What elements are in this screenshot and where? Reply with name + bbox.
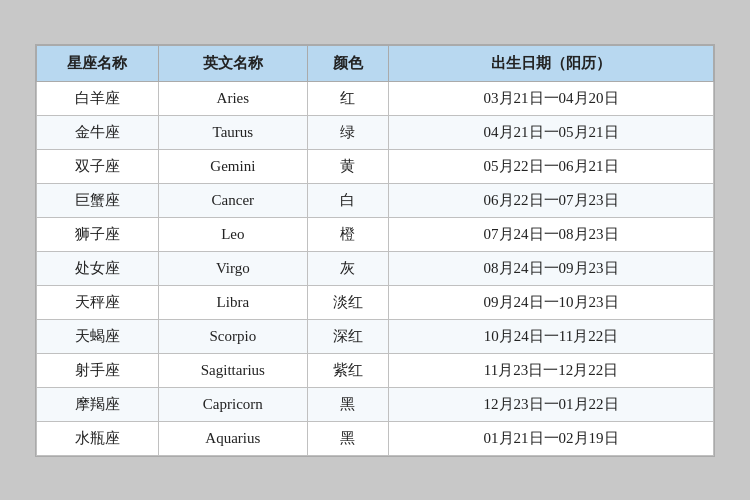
cell-chinese: 双子座 [37, 149, 159, 183]
table-row: 水瓶座Aquarius黑01月21日一02月19日 [37, 421, 714, 455]
cell-date: 11月23日一12月22日 [389, 353, 714, 387]
header-chinese: 星座名称 [37, 45, 159, 81]
table-row: 摩羯座Capricorn黑12月23日一01月22日 [37, 387, 714, 421]
cell-english: Gemini [158, 149, 307, 183]
cell-english: Taurus [158, 115, 307, 149]
cell-color: 淡红 [307, 285, 388, 319]
cell-english: Capricorn [158, 387, 307, 421]
cell-date: 09月24日一10月23日 [389, 285, 714, 319]
cell-color: 紫红 [307, 353, 388, 387]
cell-chinese: 摩羯座 [37, 387, 159, 421]
cell-color: 深红 [307, 319, 388, 353]
cell-english: Leo [158, 217, 307, 251]
cell-color: 红 [307, 81, 388, 115]
table-row: 白羊座Aries红03月21日一04月20日 [37, 81, 714, 115]
cell-date: 05月22日一06月21日 [389, 149, 714, 183]
table-row: 天秤座Libra淡红09月24日一10月23日 [37, 285, 714, 319]
cell-color: 黑 [307, 421, 388, 455]
cell-color: 白 [307, 183, 388, 217]
cell-date: 08月24日一09月23日 [389, 251, 714, 285]
header-color: 颜色 [307, 45, 388, 81]
cell-english: Virgo [158, 251, 307, 285]
cell-date: 01月21日一02月19日 [389, 421, 714, 455]
cell-chinese: 射手座 [37, 353, 159, 387]
table-body: 白羊座Aries红03月21日一04月20日金牛座Taurus绿04月21日一0… [37, 81, 714, 455]
cell-chinese: 天秤座 [37, 285, 159, 319]
cell-date: 10月24日一11月22日 [389, 319, 714, 353]
cell-color: 黄 [307, 149, 388, 183]
cell-date: 12月23日一01月22日 [389, 387, 714, 421]
cell-chinese: 巨蟹座 [37, 183, 159, 217]
zodiac-table: 星座名称 英文名称 颜色 出生日期（阳历） 白羊座Aries红03月21日一04… [36, 45, 714, 456]
table-row: 射手座Sagittarius紫红11月23日一12月22日 [37, 353, 714, 387]
cell-english: Libra [158, 285, 307, 319]
table-row: 狮子座Leo橙07月24日一08月23日 [37, 217, 714, 251]
cell-color: 绿 [307, 115, 388, 149]
table-row: 天蝎座Scorpio深红10月24日一11月22日 [37, 319, 714, 353]
cell-english: Sagittarius [158, 353, 307, 387]
cell-date: 04月21日一05月21日 [389, 115, 714, 149]
cell-chinese: 白羊座 [37, 81, 159, 115]
cell-chinese: 金牛座 [37, 115, 159, 149]
cell-chinese: 处女座 [37, 251, 159, 285]
table-row: 处女座Virgo灰08月24日一09月23日 [37, 251, 714, 285]
table-header-row: 星座名称 英文名称 颜色 出生日期（阳历） [37, 45, 714, 81]
cell-chinese: 狮子座 [37, 217, 159, 251]
table-row: 巨蟹座Cancer白06月22日一07月23日 [37, 183, 714, 217]
header-date: 出生日期（阳历） [389, 45, 714, 81]
cell-date: 06月22日一07月23日 [389, 183, 714, 217]
table-row: 双子座Gemini黄05月22日一06月21日 [37, 149, 714, 183]
cell-color: 灰 [307, 251, 388, 285]
cell-english: Aries [158, 81, 307, 115]
cell-color: 橙 [307, 217, 388, 251]
cell-english: Aquarius [158, 421, 307, 455]
header-english: 英文名称 [158, 45, 307, 81]
cell-chinese: 天蝎座 [37, 319, 159, 353]
cell-english: Scorpio [158, 319, 307, 353]
cell-date: 07月24日一08月23日 [389, 217, 714, 251]
cell-date: 03月21日一04月20日 [389, 81, 714, 115]
cell-chinese: 水瓶座 [37, 421, 159, 455]
cell-color: 黑 [307, 387, 388, 421]
zodiac-table-container: 星座名称 英文名称 颜色 出生日期（阳历） 白羊座Aries红03月21日一04… [35, 44, 715, 457]
cell-english: Cancer [158, 183, 307, 217]
table-row: 金牛座Taurus绿04月21日一05月21日 [37, 115, 714, 149]
